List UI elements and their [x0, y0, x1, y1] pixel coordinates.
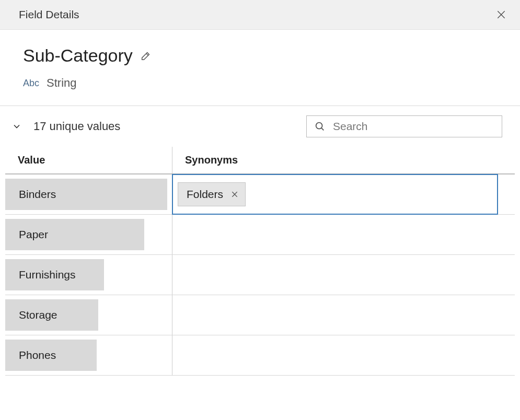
field-name-row: Sub-Category	[23, 45, 497, 66]
edit-field-name-button[interactable]	[140, 50, 152, 62]
value-bar: Phones	[5, 340, 97, 371]
pencil-icon	[140, 50, 152, 62]
value-cell[interactable]: Furnishings	[5, 255, 172, 295]
values-table: Value Synonyms BindersFoldersPaperFurnis…	[0, 147, 520, 376]
values-toolbar: 17 unique values	[0, 106, 520, 147]
table-header: Value Synonyms	[5, 147, 515, 174]
value-cell[interactable]: Binders	[5, 174, 172, 214]
field-info-section: Sub-Category Abc String	[0, 30, 520, 106]
value-bar: Paper	[5, 219, 144, 250]
table-row: Paper	[5, 215, 515, 255]
synonym-tag-label: Folders	[187, 188, 223, 201]
dialog-title: Field Details	[19, 8, 79, 21]
synonyms-cell[interactable]: Folders	[172, 174, 498, 214]
table-row: Phones	[5, 335, 515, 376]
value-bar: Binders	[5, 179, 167, 210]
synonyms-cell[interactable]	[172, 335, 515, 375]
svg-line-3	[321, 128, 323, 130]
value-cell[interactable]: Paper	[5, 215, 172, 254]
synonyms-cell[interactable]	[172, 295, 515, 335]
string-type-icon: Abc	[23, 78, 39, 89]
svg-point-2	[316, 123, 322, 129]
synonyms-cell[interactable]	[172, 215, 515, 254]
close-icon	[496, 9, 506, 20]
field-name: Sub-Category	[23, 45, 133, 66]
toolbar-left: 17 unique values	[11, 120, 120, 133]
column-header-value: Value	[5, 147, 172, 173]
close-icon	[230, 190, 239, 199]
expand-toggle[interactable]	[11, 121, 22, 132]
value-bar: Furnishings	[5, 259, 104, 290]
value-cell[interactable]: Storage	[5, 295, 172, 335]
field-type-label: String	[47, 76, 76, 90]
table-body: BindersFoldersPaperFurnishingsStoragePho…	[5, 174, 515, 376]
search-box[interactable]	[306, 115, 502, 137]
unique-values-count: 17 unique values	[33, 120, 120, 133]
value-cell[interactable]: Phones	[5, 335, 172, 375]
column-header-synonyms: Synonyms	[172, 147, 515, 173]
table-row: Furnishings	[5, 255, 515, 295]
table-row: BindersFolders	[5, 174, 515, 215]
search-icon	[314, 121, 326, 132]
value-bar: Storage	[5, 299, 98, 331]
chevron-down-icon	[11, 121, 22, 132]
dialog-header: Field Details	[0, 0, 520, 30]
synonyms-cell[interactable]	[172, 255, 515, 295]
table-row: Storage	[5, 295, 515, 335]
remove-synonym-button[interactable]	[230, 190, 239, 199]
search-input[interactable]	[333, 120, 494, 133]
field-type-row: Abc String	[23, 76, 497, 90]
close-button[interactable]	[494, 7, 509, 22]
synonym-tag: Folders	[178, 182, 246, 206]
